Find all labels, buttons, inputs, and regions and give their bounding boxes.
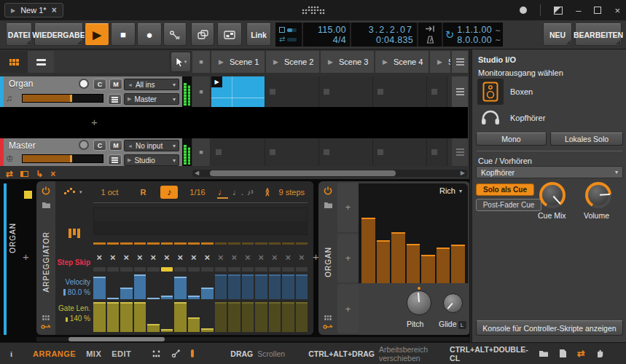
scene-4-header[interactable]: ▶Scene 4	[375, 51, 429, 73]
crossfade-icon[interactable]: ⇄	[6, 170, 13, 178]
stop-button[interactable]: ■	[111, 23, 136, 46]
boxen-label[interactable]: Boxen	[510, 87, 533, 96]
scroll-right-icon[interactable]: ▶	[458, 170, 467, 176]
master-empty-slot[interactable]	[319, 138, 373, 166]
gate-step[interactable]	[255, 302, 267, 332]
velocity-step[interactable]	[242, 274, 254, 299]
master-empty-slot[interactable]	[427, 138, 447, 166]
organ-row-menu-button[interactable]	[452, 76, 468, 107]
step-skip-label[interactable]: Step Skip	[57, 258, 90, 266]
kopfhoerer-button[interactable]	[480, 109, 501, 127]
gate-step[interactable]	[215, 302, 227, 332]
pitch-knob[interactable]	[407, 290, 431, 315]
step-skip-toggle[interactable]: ×	[134, 251, 146, 264]
step-skip-toggle[interactable]: ×	[242, 251, 254, 264]
harmonic-bar[interactable]	[451, 245, 465, 283]
preset-select[interactable]: Rich▾	[439, 186, 462, 195]
scene-play-icon[interactable]: ▶	[437, 58, 442, 66]
tab-close-icon[interactable]: ×	[52, 5, 57, 15]
datei-menu-button[interactable]: DATEI	[6, 23, 32, 46]
gate-length-value[interactable]: 140 %	[66, 314, 90, 323]
solo-als-cue-button[interactable]: Solo als Cue	[476, 183, 534, 196]
device-power-icon[interactable]	[324, 186, 332, 195]
folder-icon[interactable]	[539, 349, 549, 357]
step-skip-toggle[interactable]: ×	[228, 251, 240, 264]
velocity-step[interactable]	[107, 274, 120, 299]
pitch-step[interactable]	[107, 240, 120, 247]
scene-play-icon[interactable]: ▶	[328, 58, 333, 66]
master-volume-slider[interactable]	[22, 154, 103, 163]
pitch-step[interactable]	[242, 240, 254, 247]
step-skip-toggle[interactable]: ×	[161, 251, 173, 264]
remote-controls-icon[interactable]	[42, 315, 50, 320]
organ-input-select[interactable]: ◄All ins▾	[124, 79, 179, 90]
gate-step[interactable]	[174, 302, 187, 332]
step-skip-toggle[interactable]: ×	[174, 251, 187, 264]
close-button[interactable]: ×	[614, 6, 620, 15]
scene-label[interactable]: Scene 4	[394, 58, 423, 66]
master-output-select[interactable]: ▶Studio▾	[124, 154, 179, 166]
cue-mix-knob[interactable]	[539, 182, 566, 208]
bearbeiten-menu-button[interactable]: BEARBEITEN	[575, 23, 622, 46]
tempo-cell[interactable]: 115.00 4/4	[303, 23, 351, 47]
step-skip-toggle[interactable]: ×	[120, 251, 133, 264]
harmonic-bar[interactable]	[377, 240, 391, 283]
punch-in-icon[interactable]	[425, 25, 435, 32]
track-list-icon[interactable]	[20, 171, 28, 177]
scene-label[interactable]: Scene 1	[230, 58, 259, 66]
play-button[interactable]: ▶	[85, 23, 109, 46]
pitch-step[interactable]	[174, 240, 187, 247]
arp-mode-icon[interactable]	[64, 188, 77, 197]
device-power-icon[interactable]	[42, 186, 50, 195]
harmonic-bar[interactable]	[407, 244, 420, 283]
arp-mode-caret-icon[interactable]: ▾	[79, 189, 82, 195]
velocity-step[interactable]	[269, 274, 281, 299]
gate-step[interactable]	[201, 302, 214, 332]
clip-play-button[interactable]: ▶	[211, 76, 222, 87]
pitch-step[interactable]	[134, 240, 146, 247]
neu-menu-button[interactable]: NEU	[543, 23, 572, 46]
snap-dots-icon[interactable]	[152, 349, 161, 358]
velocity-step[interactable]	[215, 274, 227, 299]
launcher-grid-tab[interactable]	[0, 51, 28, 73]
pitch-lane[interactable]	[93, 207, 308, 235]
harmonic-bar[interactable]	[391, 232, 405, 283]
gate-step[interactable]	[188, 302, 200, 332]
velocity-step[interactable]	[201, 274, 214, 299]
konsole-button[interactable]: Konsole für Controller-Skripte anzeigen	[476, 320, 623, 336]
organ-empty-slot[interactable]	[427, 76, 447, 107]
launcher-scrollbar[interactable]: ◀ ▶	[192, 170, 467, 177]
device-panel-scrollbar[interactable]	[36, 337, 470, 341]
delete-x-icon[interactable]: ×	[50, 170, 55, 178]
launcher-lanes-tab[interactable]	[28, 51, 54, 73]
device-scrollbar-thumb[interactable]	[69, 337, 165, 341]
master-menu-button[interactable]	[108, 154, 122, 165]
organ-output-select[interactable]: ▶Master▾	[124, 93, 179, 105]
file-icon[interactable]	[559, 349, 567, 358]
step-skip-toggle[interactable]: ×	[188, 251, 200, 264]
pitch-step[interactable]	[93, 240, 106, 247]
loop-start-value[interactable]: 1.1.1.00	[457, 25, 492, 35]
organ-empty-slot[interactable]	[265, 76, 319, 107]
master-empty-slot[interactable]	[211, 138, 265, 166]
note-mode-button[interactable]: ♪	[160, 186, 178, 199]
master-empty-slot[interactable]	[373, 138, 427, 166]
gate-step[interactable]	[120, 302, 133, 332]
view-mix[interactable]: MIX	[86, 349, 101, 358]
scene-play-icon[interactable]: ▶	[219, 58, 224, 66]
step-skip-toggle[interactable]: ×	[147, 251, 160, 264]
cue-output-select[interactable]: Kopfhörer▾	[476, 166, 623, 178]
octave-range-value[interactable]: 1 oct	[101, 188, 119, 197]
modulation-key-icon[interactable]	[323, 324, 333, 330]
link-button[interactable]: Link	[246, 23, 271, 46]
scene-1-header[interactable]: ▶Scene 1	[211, 51, 265, 73]
step-skip-toggle[interactable]: ×	[269, 251, 281, 264]
scene-label[interactable]: Scene 5	[448, 58, 451, 66]
velocity-step[interactable]	[147, 274, 160, 299]
harmonic-bar[interactable]	[437, 248, 450, 283]
velocity-label[interactable]: Velocity	[66, 278, 90, 286]
step-skip-toggle[interactable]: ×	[93, 251, 106, 264]
arpeggiator-device[interactable]: ARPEGGIATOR ▾ 1 oct R ♪ 1/16 ♩ ♩. ♪³	[36, 181, 313, 335]
play-position-value[interactable]: 3.2.2.07	[355, 25, 413, 35]
organ-record-arm-button[interactable]	[79, 79, 89, 89]
